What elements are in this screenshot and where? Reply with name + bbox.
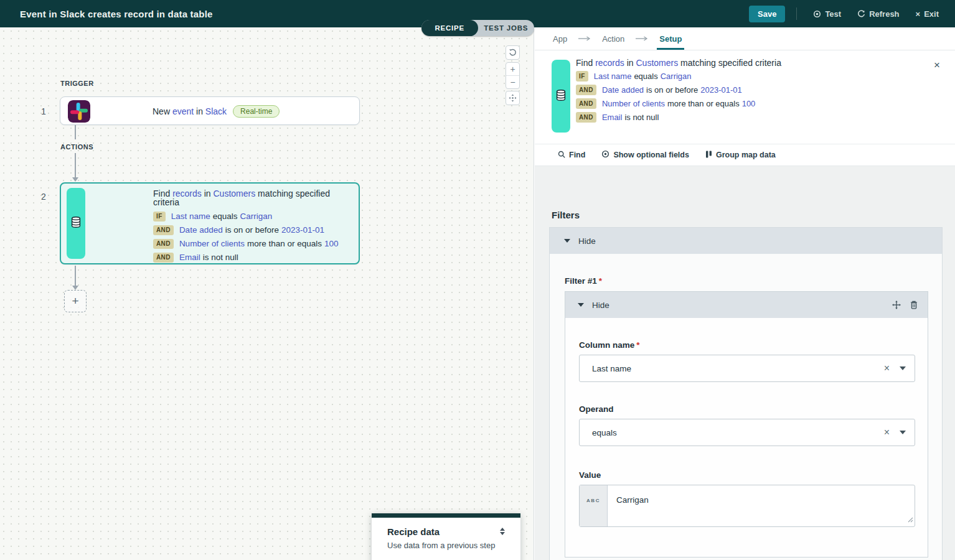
condition-badge: AND	[153, 253, 174, 263]
trash-icon[interactable]	[910, 301, 918, 309]
breadcrumb-app[interactable]: App	[553, 34, 567, 44]
trigger-step-title: New event in Slack Real-time	[153, 105, 280, 118]
connector-arrowhead	[72, 177, 78, 182]
condition-row: AND Email is not null	[576, 112, 924, 123]
move-icon[interactable]	[892, 301, 901, 309]
plus-icon: +	[72, 294, 78, 308]
condition-row: IF Last name equals Carrigan	[576, 71, 924, 82]
add-step-button[interactable]: +	[64, 290, 87, 312]
divider	[796, 7, 797, 20]
condition-row: AND Date added is on or before 2023-01-0…	[576, 85, 924, 95]
clear-icon[interactable]: ×	[884, 427, 890, 437]
chevron-down-icon	[564, 239, 570, 243]
rotate-reset-icon	[509, 49, 517, 57]
recipe-canvas[interactable]: + − TRIGGER 1 New even	[0, 27, 534, 560]
condition-badge: AND	[153, 225, 174, 235]
connector-arrowhead	[72, 286, 78, 290]
filters-collapse-header[interactable]: Hide	[550, 228, 942, 254]
recipe-editor: Event in Slack creates record in data ta…	[0, 0, 955, 560]
trigger-app-link[interactable]: Slack	[205, 106, 227, 116]
condition-badge: AND	[576, 85, 596, 95]
connector-line	[75, 153, 76, 177]
filters-section: Hide Filter #1* Hide	[549, 227, 943, 560]
value-field[interactable]: ABC Carrigan	[579, 485, 915, 527]
test-icon	[813, 10, 821, 18]
recipe-title: Event in Slack creates record in data ta…	[20, 9, 213, 19]
tab-test-jobs[interactable]: TEST JOBS	[478, 20, 535, 36]
panel-drag-bar[interactable]	[372, 513, 520, 518]
condition-badge: AND	[576, 112, 596, 123]
trigger-event-link[interactable]: event	[172, 106, 194, 116]
actions-section-label: ACTIONS	[60, 143, 93, 151]
condition-badge: IF	[153, 212, 166, 222]
condition-row: AND Number of clients more than or equal…	[576, 98, 924, 109]
step-number: 1	[41, 106, 46, 116]
save-button[interactable]: Save	[749, 6, 785, 22]
operand-select[interactable]: ×	[579, 419, 915, 446]
search-icon	[558, 151, 565, 160]
fit-view-button[interactable]	[506, 91, 520, 105]
condition-badge: AND	[153, 239, 174, 249]
clear-icon[interactable]: ×	[884, 363, 890, 373]
top-bar-actions: Save Test Refresh × Exit	[749, 0, 944, 27]
breadcrumb-setup[interactable]: Setup	[659, 34, 682, 44]
realtime-badge: Real-time	[233, 105, 280, 118]
condition-row: AND Date added is on or before 2023-01-0…	[153, 225, 351, 235]
columns-icon	[705, 151, 712, 160]
arrow-right-icon	[578, 36, 591, 41]
operand-input[interactable]	[592, 428, 884, 437]
column-name-label: Column name*	[579, 340, 640, 350]
panel-toolbar: Find Show optional fields Group map data	[535, 144, 955, 166]
condition-row: AND Number of clients more than or equal…	[153, 239, 351, 249]
chevron-down-icon	[578, 303, 584, 307]
fit-view-icon	[509, 94, 517, 102]
column-name-select[interactable]: ×	[579, 355, 915, 382]
connector-line	[75, 125, 76, 139]
collapse-expand-icon[interactable]	[500, 528, 505, 535]
column-name-input[interactable]	[592, 364, 884, 373]
filter-collapse-header[interactable]: Hide	[565, 292, 928, 318]
action-step-summary: Find records in Customers matching speci…	[153, 189, 351, 263]
data-table-tile	[552, 60, 570, 133]
chevron-down-icon[interactable]	[900, 366, 906, 370]
group-map-data-button[interactable]: Group map data	[705, 151, 776, 160]
database-icon	[69, 215, 83, 232]
chevron-down-icon[interactable]	[900, 431, 906, 434]
tab-recipe[interactable]: RECIPE	[421, 20, 478, 36]
action-step-card[interactable]: Find records in Customers matching speci…	[60, 182, 360, 264]
customers-link[interactable]: Customers	[214, 189, 256, 198]
value-input[interactable]: Carrigan	[608, 485, 915, 526]
step-config-panel: App Action Setup × Find records	[535, 27, 955, 560]
recipe-data-body: Recipe data Use data from a previous ste…	[372, 518, 520, 550]
condition-badge: IF	[576, 71, 588, 82]
filter-1-card: Hide Column name* ×	[565, 291, 928, 558]
show-optional-fields-button[interactable]: Show optional fields	[601, 150, 689, 160]
zoom-out-button[interactable]: −	[506, 76, 519, 88]
exit-button[interactable]: × Exit	[911, 7, 944, 21]
action-summary: × Find records in Customers matching spe…	[535, 50, 955, 144]
close-panel-button[interactable]: ×	[934, 60, 940, 70]
trigger-step-card[interactable]: New event in Slack Real-time	[60, 96, 360, 125]
reset-view-button[interactable]	[506, 45, 520, 60]
records-link[interactable]: records	[595, 58, 624, 68]
find-button[interactable]: Find	[558, 151, 585, 160]
customers-link[interactable]: Customers	[636, 58, 679, 68]
recipe-data-panel[interactable]: Recipe data Use data from a previous ste…	[372, 513, 520, 560]
condition-row: AND Email is not null	[153, 253, 351, 263]
condition-row: IF Last name equals Carrigan	[153, 212, 351, 222]
slack-icon	[68, 100, 90, 123]
zoom-in-button[interactable]: +	[506, 63, 519, 75]
close-icon: ×	[934, 59, 940, 71]
view-toggle: RECIPE TEST JOBS	[421, 20, 534, 36]
recipe-data-title: Recipe data	[387, 526, 509, 537]
action-step-title: Find records in Customers matching speci…	[576, 58, 924, 68]
operand-label: Operand	[579, 404, 614, 414]
data-table-tile	[67, 188, 85, 259]
test-button[interactable]: Test	[808, 7, 846, 21]
arrow-right-icon	[636, 36, 648, 41]
breadcrumb-action[interactable]: Action	[602, 34, 624, 44]
resize-handle-icon[interactable]	[908, 514, 913, 525]
required-marker: *	[599, 276, 602, 286]
refresh-button[interactable]: Refresh	[852, 7, 904, 21]
trigger-section-label: TRIGGER	[60, 80, 94, 87]
